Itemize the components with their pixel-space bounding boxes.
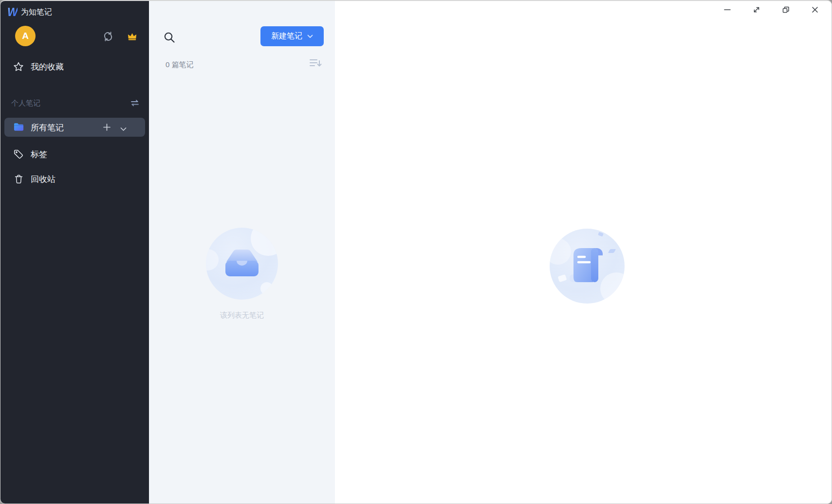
new-note-button[interactable]: 新建笔记	[260, 26, 324, 46]
note-list-panel: 新建笔记 0 篇笔记	[149, 1, 335, 504]
restore-button[interactable]	[771, 1, 800, 18]
titlebar: W 为知笔记	[7, 6, 52, 19]
close-button[interactable]	[800, 1, 830, 18]
inbox-icon	[219, 243, 265, 280]
chevron-down-icon	[307, 35, 313, 38]
empty-list-text: 该列表无笔记	[149, 311, 335, 320]
minimize-button[interactable]	[713, 1, 742, 18]
sidebar-section-personal-notes: 个人笔记	[0, 96, 149, 110]
crown-icon[interactable]	[126, 30, 138, 43]
scroll-document-icon	[563, 242, 611, 292]
app-logo: W	[7, 6, 18, 19]
folder-icon	[13, 122, 24, 132]
tag-icon	[13, 149, 24, 160]
sidebar-item-all-notes[interactable]: 所有笔记	[4, 118, 145, 137]
restore-icon	[781, 5, 790, 14]
sort-descending-icon[interactable]	[308, 57, 323, 69]
trash-icon	[13, 174, 24, 184]
search-icon[interactable]	[163, 31, 176, 44]
window-controls	[713, 1, 830, 18]
expand-icon	[752, 5, 761, 14]
sync-icon[interactable]	[102, 30, 114, 43]
new-note-label: 新建笔记	[271, 31, 302, 41]
section-label: 个人笔记	[11, 99, 40, 108]
app-title: 为知笔记	[21, 7, 52, 18]
sidebar-item-favorites[interactable]: 我的收藏	[0, 58, 149, 75]
swap-icon[interactable]	[129, 98, 140, 108]
sidebar-item-label: 所有笔记	[31, 122, 64, 133]
star-icon	[13, 61, 24, 72]
expand-button[interactable]	[742, 1, 771, 18]
minimize-icon	[723, 5, 732, 14]
sidebar-item-label: 标签	[31, 149, 47, 160]
sidebar: W 为知笔记 A 我的收藏	[0, 1, 149, 504]
plus-icon[interactable]	[103, 123, 111, 131]
note-count: 0 篇笔记	[166, 60, 194, 70]
avatar[interactable]: A	[15, 26, 36, 46]
close-icon	[811, 5, 819, 14]
chevron-down-icon[interactable]	[120, 125, 127, 129]
sidebar-item-label: 回收站	[31, 174, 55, 185]
sidebar-item-recycle-bin[interactable]: 回收站	[0, 171, 149, 187]
sidebar-item-label: 我的收藏	[31, 61, 64, 72]
note-detail-panel	[335, 1, 832, 504]
sidebar-item-tags[interactable]: 标签	[0, 146, 149, 162]
app-window: W 为知笔记 A 我的收藏	[0, 0, 832, 504]
